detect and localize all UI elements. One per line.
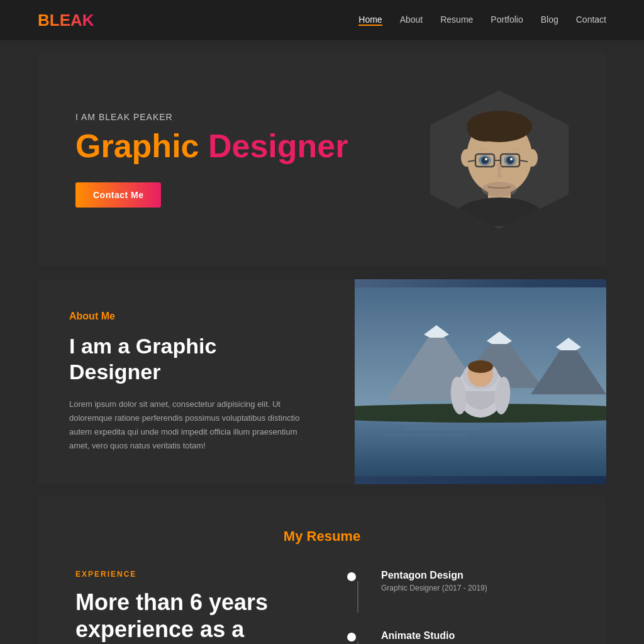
hero-title: Graphic Designer [75,128,405,164]
about-image [355,279,606,484]
svg-point-15 [510,158,513,160]
svg-point-10 [481,157,489,164]
experience-label: EXPERIENCE [75,570,297,579]
hero-section: I AM BLEAK PEAKER Graphic Designer Conta… [38,53,606,267]
nav-contact[interactable]: Contact [576,14,606,26]
nav-home[interactable]: Home [358,14,382,26]
company-1: Pentagon Design [381,570,487,581]
about-heading-line2: Designer [69,360,161,384]
timeline-connector-2 [347,630,369,644]
experience-heading: More than 6 years experience as a Design… [75,589,297,644]
resume-title: My Resume [75,528,569,545]
role-1: Graphic Designer (2017 - 2019) [381,584,487,592]
nav-resume[interactable]: Resume [440,14,473,26]
hero-subtitle: I AM BLEAK PEAKER [75,112,405,122]
about-heading: I am a Graphic Designer [69,333,323,385]
svg-point-36 [468,360,493,373]
nav-portfolio[interactable]: Portfolio [491,14,523,26]
avatar-illustration [436,94,562,226]
hero-avatar [430,91,569,229]
timeline-content-2: Animate Studio Graphic Designer (2015 - … [381,630,487,644]
timeline-connector-1 [347,570,369,613]
main-nav: Home About Resume Portfolio Blog Contact [358,14,606,26]
timeline-dot-2 [347,633,356,641]
timeline-item: Pentagon Design Graphic Designer (2017 -… [347,570,569,613]
timeline: Pentagon Design Graphic Designer (2017 -… [347,570,569,644]
avatar-shape [430,91,569,229]
nav-about[interactable]: About [400,14,423,26]
svg-point-14 [506,157,514,164]
hero-text: I AM BLEAK PEAKER Graphic Designer Conta… [75,112,405,207]
contact-me-button[interactable]: Contact Me [75,182,161,208]
resume-section: My Resume EXPERIENCE More than 6 years e… [38,497,606,644]
hero-title-part2: Designer [208,128,348,164]
site-logo[interactable]: BLEAK [38,11,94,30]
resume-content: EXPERIENCE More than 6 years experience … [75,570,569,644]
about-text: About Me I am a Graphic Designer Lorem i… [38,279,355,484]
timeline-line-2 [357,641,358,644]
timeline-item-2: Animate Studio Graphic Designer (2015 - … [347,630,569,644]
svg-point-19 [482,182,517,197]
about-illustration [355,279,606,484]
svg-point-11 [485,158,487,160]
about-heading-line1: I am a Graphic [69,334,216,358]
svg-point-6 [461,149,472,167]
resume-left: EXPERIENCE More than 6 years experience … [75,570,297,644]
timeline-content-1: Pentagon Design Graphic Designer (2017 -… [381,570,487,592]
timeline-dot-1 [347,572,356,581]
about-label: About Me [69,311,323,322]
experience-line1: More than 6 years [75,589,268,615]
svg-point-7 [526,149,538,167]
nav-blog[interactable]: Blog [541,14,558,26]
resume-right: Pentagon Design Graphic Designer (2017 -… [335,570,569,644]
timeline-line-1 [357,581,358,613]
experience-line2: experience as a [75,616,244,642]
company-2: Animate Studio [381,630,487,641]
svg-point-5 [468,119,503,142]
about-body-text: Lorem ipsum dolor sit amet, consectetur … [69,397,308,453]
about-section: About Me I am a Graphic Designer Lorem i… [38,279,606,484]
hero-title-part1: Graphic [75,128,208,164]
site-header: BLEAK Home About Resume Portfolio Blog C… [0,0,644,40]
